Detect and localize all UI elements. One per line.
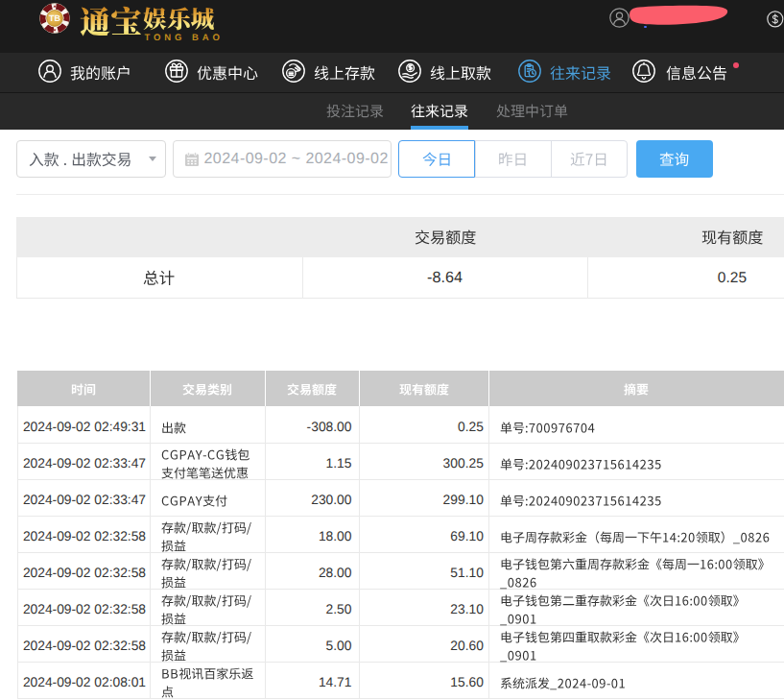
svg-text:TB: TB xyxy=(49,13,60,23)
